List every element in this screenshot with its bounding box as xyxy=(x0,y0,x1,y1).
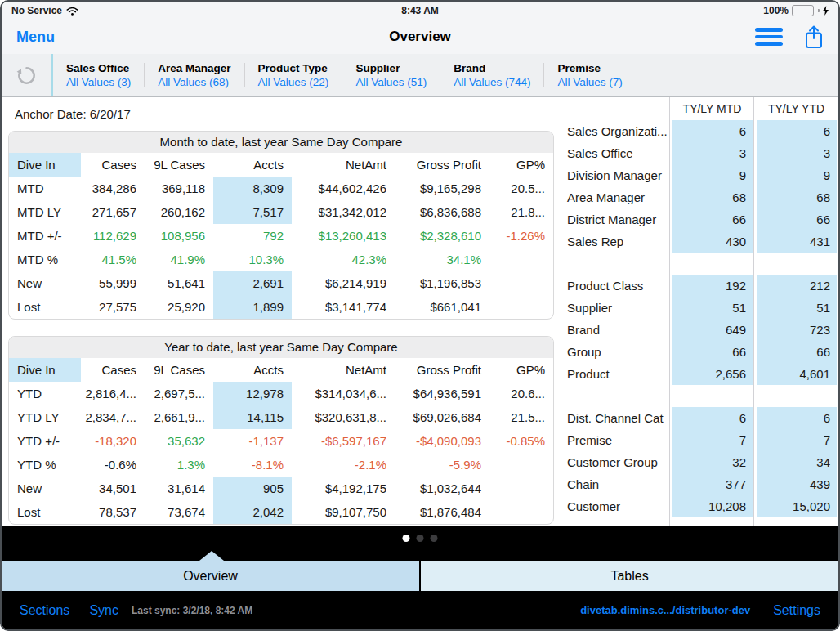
content-area: Anchor Date: 6/20/17 Month to date, last… xyxy=(2,97,838,526)
table-row[interactable]: New34,50131,614905$4,192,175$1,032,644 xyxy=(9,477,553,500)
side-panel-row[interactable]: Sales Organizati... 6 6 xyxy=(561,120,838,142)
table-row[interactable]: MTD384,286369,1188,309$44,602,426$9,165,… xyxy=(9,177,553,200)
table-cell: 34,501 xyxy=(81,481,145,495)
table-row[interactable]: Lost27,57525,9201,899$3,141,774$661,041 xyxy=(9,295,553,319)
table-cell: $314,034,6... xyxy=(292,387,395,401)
table-cell: $3,141,774 xyxy=(292,300,395,314)
table-cell: $9,107,750 xyxy=(292,505,395,519)
table-cell: 2,691 xyxy=(213,271,292,295)
carrier-label: No Service xyxy=(11,5,62,16)
side-panel-row[interactable]: District Manager 66 66 xyxy=(561,208,838,230)
mtd-value: 192 xyxy=(672,275,753,297)
dive-in-button[interactable]: Dive In xyxy=(9,153,81,177)
side-panel-row[interactable]: Brand 649 723 xyxy=(561,319,838,341)
tab-tables[interactable]: Tables xyxy=(419,561,838,591)
filter-brand[interactable]: Brand All Values (744) xyxy=(440,61,543,89)
ytd-value: 439 xyxy=(757,473,837,495)
row-label: Supplier xyxy=(561,301,670,315)
table-cell: $661,041 xyxy=(395,300,489,314)
table-row[interactable]: MTD +/-112,629108,956792$13,260,413$2,32… xyxy=(9,224,553,248)
side-panel-row[interactable]: Customer 10,208 15,020 xyxy=(561,495,838,517)
table-cell: 260,162 xyxy=(145,205,213,219)
side-panel-row[interactable]: Group 66 66 xyxy=(561,341,838,363)
row-label: Area Manager xyxy=(561,190,670,204)
table-cell: -0.6% xyxy=(81,458,145,472)
sync-button[interactable]: Sync xyxy=(89,603,118,618)
last-sync-label: Last sync: 3/2/18, 8:42 AM xyxy=(132,605,252,616)
column-header: GP% xyxy=(489,363,553,377)
side-panel-row[interactable]: Area Manager 68 68 xyxy=(561,186,838,208)
row-label: Lost xyxy=(9,505,81,519)
filter-label: Product Type xyxy=(258,61,329,75)
table-cell: -2.1% xyxy=(292,458,395,472)
table-ytd: Year to date, last year Same Day Compare… xyxy=(8,336,554,525)
mtd-value: 66 xyxy=(672,208,753,230)
table-cell: 7,517 xyxy=(213,200,292,224)
table-cell: $44,602,426 xyxy=(292,181,395,195)
mtd-value: 32 xyxy=(672,451,753,473)
ytd-value: 3 xyxy=(757,142,837,164)
filter-value: All Values (3) xyxy=(66,75,131,89)
side-panel-row[interactable]: Chain 377 439 xyxy=(561,473,838,495)
wifi-icon xyxy=(66,7,78,16)
row-label: Division Manager xyxy=(561,168,670,182)
table-row[interactable]: New55,99951,6412,691$6,214,919$1,196,853 xyxy=(9,271,553,295)
page-dot[interactable] xyxy=(431,535,438,542)
refresh-button[interactable] xyxy=(2,65,51,87)
filter-premise[interactable]: Premise All Values (7) xyxy=(544,61,635,89)
filter-value: All Values (51) xyxy=(355,75,427,89)
sections-button[interactable]: Sections xyxy=(20,603,69,618)
table-row[interactable]: Lost78,53773,6742,042$9,107,750$1,876,48… xyxy=(9,500,553,524)
table-row[interactable]: YTD +/--18,32035,632-1,137-$6,597,167-$4… xyxy=(9,429,553,453)
side-panel-row[interactable]: Supplier 51 51 xyxy=(561,297,838,319)
side-panel-row[interactable]: Division Manager 9 9 xyxy=(561,164,838,186)
side-panel-row[interactable]: Sales Office 3 3 xyxy=(561,142,838,164)
row-label: YTD LY xyxy=(9,410,81,424)
ytd-value: 723 xyxy=(757,319,837,341)
ytd-value: 6 xyxy=(757,407,837,429)
col-header-ty-ly-mtd: TY/LY MTD xyxy=(670,97,754,120)
page-dot[interactable] xyxy=(403,535,410,542)
table-row[interactable]: MTD %41.5%41.9%10.3%42.3%34.1% xyxy=(9,248,553,271)
table-cell: 73,674 xyxy=(145,505,213,519)
hamburger-menu-icon[interactable] xyxy=(755,28,783,46)
tab-overview[interactable]: Overview xyxy=(2,561,419,591)
row-label: Product xyxy=(561,367,670,381)
table-cell: 55,999 xyxy=(81,276,145,290)
table-cell: $6,836,688 xyxy=(395,205,489,219)
table-row[interactable]: YTD2,816,4...2,697,5...12,978$314,034,6.… xyxy=(9,382,553,405)
table-cell: 2,042 xyxy=(213,500,292,524)
filter-area-manager[interactable]: Area Manager All Values (68) xyxy=(145,61,244,89)
table-row[interactable]: YTD %-0.6%1.3%-8.1%-2.1%-5.9% xyxy=(9,453,553,477)
side-panel-row[interactable]: Dist. Channel Cat 6 6 xyxy=(561,407,838,429)
row-label: Lost xyxy=(9,300,81,314)
table-cell: 42.3% xyxy=(292,253,395,266)
table-cell: $320,631,8... xyxy=(292,410,395,424)
page-dot[interactable] xyxy=(417,535,424,542)
filter-product-type[interactable]: Product Type All Values (22) xyxy=(245,61,342,89)
refresh-icon xyxy=(16,65,38,87)
table-row[interactable]: YTD LY2,834,7...2,661,9...14,115$320,631… xyxy=(9,405,553,429)
menu-button[interactable]: Menu xyxy=(16,29,55,46)
side-panel-row[interactable]: Sales Rep 430 431 xyxy=(561,230,838,253)
dive-in-button[interactable]: Dive In xyxy=(9,358,81,382)
side-panel-row[interactable]: Customer Group 32 34 xyxy=(561,451,838,473)
server-link[interactable]: divetab.dimins.c.../distributor-dev xyxy=(580,604,750,616)
filter-value: All Values (744) xyxy=(454,75,530,89)
row-label: Chain xyxy=(561,477,670,491)
share-icon[interactable] xyxy=(804,25,824,49)
side-panel-row[interactable]: Product 2,656 4,601 xyxy=(561,363,838,385)
row-label: MTD +/- xyxy=(9,229,81,243)
page-dots xyxy=(403,535,438,542)
side-panel-row[interactable]: Premise 7 7 xyxy=(561,429,838,451)
filter-supplier[interactable]: Supplier All Values (51) xyxy=(342,61,440,89)
row-label: Sales Office xyxy=(561,146,670,160)
side-panel-rows: TY/LY MTD TY/LY YTD Sales Organizati... … xyxy=(561,97,838,517)
table-cell: $13,260,413 xyxy=(292,229,395,243)
mtd-value: 3 xyxy=(672,142,753,164)
table-row[interactable]: MTD LY271,657260,1627,517$31,342,012$6,8… xyxy=(9,200,553,224)
side-panel-row[interactable]: Product Class 192 212 xyxy=(561,275,838,297)
settings-button[interactable]: Settings xyxy=(773,603,820,618)
filter-sales-office[interactable]: Sales Office All Values (3) xyxy=(53,61,144,89)
col-header-ty-ly-ytd: TY/LY YTD xyxy=(754,97,838,120)
